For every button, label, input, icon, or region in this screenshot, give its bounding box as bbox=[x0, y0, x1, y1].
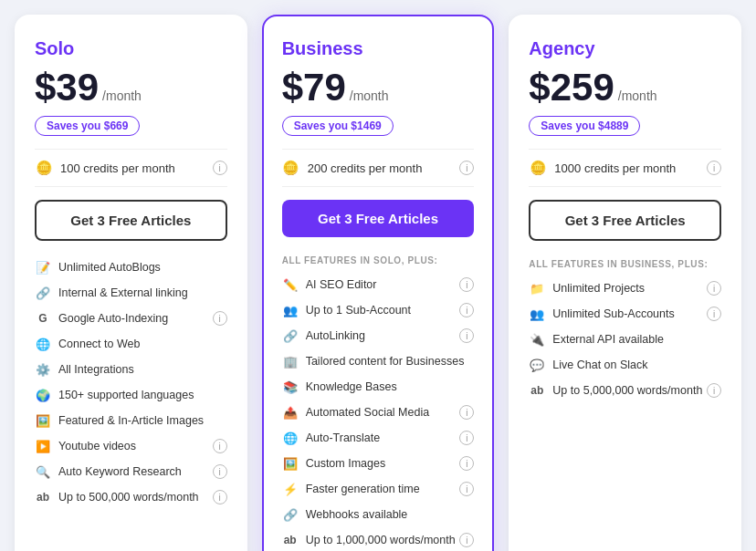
feature-text: Up to 1 Sub-Account bbox=[306, 304, 411, 317]
feature-left: 📁Unlimited Projects bbox=[529, 280, 645, 296]
feature-info-icon[interactable]: i bbox=[459, 303, 474, 317]
cta-button-agency[interactable]: Get 3 Free Articles bbox=[529, 200, 721, 241]
list-item: 🔍Auto Keyword Researchi bbox=[35, 463, 227, 480]
feature-text: Up to 5,000,000 words/month bbox=[552, 384, 702, 397]
feature-icon: ▶️ bbox=[35, 438, 51, 454]
list-item: abUp to 5,000,000 words/monthi bbox=[529, 382, 721, 399]
feature-left: abUp to 5,000,000 words/month bbox=[529, 382, 702, 399]
feature-info-icon[interactable]: i bbox=[459, 533, 474, 547]
list-item: ▶️Youtube videosi bbox=[35, 438, 227, 454]
list-item: 💬Live Chat on Slack bbox=[529, 357, 721, 373]
feature-icon: 👥 bbox=[282, 302, 299, 318]
plan-price-solo: $39 bbox=[35, 68, 99, 107]
list-item: 📤Automated Social Mediai bbox=[282, 404, 475, 421]
feature-text: Unlimited Projects bbox=[552, 282, 645, 295]
feature-left: 🖼️Featured & In-Article Images bbox=[35, 412, 204, 429]
feature-info-icon[interactable]: i bbox=[459, 328, 474, 343]
feature-icon: 🔗 bbox=[35, 285, 51, 301]
section-label-agency: All features in Business, plus: bbox=[529, 259, 721, 269]
credits-text-agency: 1000 credits per month bbox=[554, 161, 676, 175]
feature-info-icon[interactable]: i bbox=[707, 307, 721, 321]
plan-name-agency: Agency bbox=[529, 38, 721, 59]
cta-button-business[interactable]: Get 3 Free Articles bbox=[282, 200, 475, 237]
feature-info-icon[interactable]: i bbox=[459, 277, 474, 292]
list-item: ✏️AI SEO Editori bbox=[282, 276, 475, 293]
list-item: 🔗Webhooks available bbox=[282, 506, 475, 523]
feature-left: 🖼️Custom Images bbox=[282, 455, 386, 472]
feature-text: Automated Social Media bbox=[306, 406, 430, 419]
feature-info-icon[interactable]: i bbox=[707, 383, 721, 398]
feature-icon: ⚙️ bbox=[35, 361, 51, 378]
feature-text: Google Auto-Indexing bbox=[58, 312, 168, 325]
feature-text: Internal & External linking bbox=[58, 286, 188, 299]
feature-icon: 🔗 bbox=[282, 506, 299, 523]
feature-list-agency: 📁Unlimited Projectsi👥Unlimited Sub-Accou… bbox=[529, 280, 721, 399]
credits-info-agency: 🪙1000 credits per month bbox=[529, 159, 676, 177]
feature-left: 🔗Webhooks available bbox=[282, 506, 408, 523]
feature-text: Up to 1,000,000 words/month bbox=[306, 534, 456, 546]
feature-info-icon[interactable]: i bbox=[213, 311, 227, 326]
plan-card-solo: Solo$39/monthSaves you $669🪙100 credits … bbox=[15, 15, 247, 551]
plan-name-solo: Solo bbox=[35, 38, 227, 59]
feature-text: Up to 500,000 words/month bbox=[58, 491, 199, 504]
feature-icon: 🔍 bbox=[35, 463, 51, 480]
feature-text: Webhooks available bbox=[306, 508, 408, 521]
feature-text: Featured & In-Article Images bbox=[58, 414, 204, 427]
feature-icon: 🖼️ bbox=[35, 412, 51, 429]
feature-left: 💬Live Chat on Slack bbox=[529, 357, 647, 373]
credits-row-agency: 🪙1000 credits per monthi bbox=[529, 149, 721, 187]
feature-left: abUp to 1,000,000 words/month bbox=[282, 532, 456, 548]
feature-info-icon[interactable]: i bbox=[213, 464, 227, 479]
feature-info-icon[interactable]: i bbox=[707, 281, 721, 296]
feature-left: 👥Up to 1 Sub-Account bbox=[282, 302, 411, 318]
feature-icon: ✏️ bbox=[282, 276, 299, 293]
feature-icon: 🌍 bbox=[35, 387, 51, 403]
feature-icon: 🌐 bbox=[35, 336, 51, 352]
plan-price-row-agency: $259/month bbox=[529, 68, 721, 107]
credits-info-icon[interactable]: i bbox=[213, 161, 227, 175]
plan-card-business: Business$79/monthSaves you $1469🪙200 cre… bbox=[262, 15, 495, 551]
feature-icon: 🏢 bbox=[282, 353, 299, 369]
feature-icon: 📁 bbox=[529, 280, 545, 296]
feature-icon: ab bbox=[282, 532, 299, 548]
feature-left: ⚙️All Integrations bbox=[35, 361, 134, 378]
plan-period-solo: /month bbox=[102, 88, 142, 103]
feature-info-icon[interactable]: i bbox=[213, 439, 227, 453]
list-item: ⚡Faster generation timei bbox=[282, 481, 475, 497]
feature-left: 📤Automated Social Media bbox=[282, 404, 430, 421]
feature-info-icon[interactable]: i bbox=[459, 482, 474, 496]
list-item: 📝Unlimited AutoBlogs bbox=[35, 259, 227, 276]
feature-list-business: ✏️AI SEO Editori👥Up to 1 Sub-Accounti🔗Au… bbox=[282, 276, 475, 548]
feature-icon: 🖼️ bbox=[282, 455, 299, 472]
feature-text: Connect to Web bbox=[58, 338, 140, 350]
credits-info-icon[interactable]: i bbox=[459, 161, 474, 175]
feature-left: 🔗Internal & External linking bbox=[35, 285, 188, 301]
list-item: 🔌External API available bbox=[529, 331, 721, 348]
plan-price-row-business: $79/month bbox=[282, 68, 475, 107]
plan-price-agency: $259 bbox=[529, 68, 614, 107]
credits-icon: 🪙 bbox=[35, 159, 53, 177]
savings-badge-agency: Saves you $4889 bbox=[529, 116, 640, 136]
credits-text-solo: 100 credits per month bbox=[60, 161, 175, 175]
feature-info-icon[interactable]: i bbox=[459, 456, 474, 471]
plan-price-row-solo: $39/month bbox=[35, 68, 227, 107]
feature-list-solo: 📝Unlimited AutoBlogs🔗Internal & External… bbox=[35, 259, 227, 505]
feature-text: Unlimited Sub-Accounts bbox=[552, 307, 674, 320]
savings-badge-solo: Saves you $669 bbox=[35, 116, 140, 136]
list-item: 🌐Auto-Translatei bbox=[282, 430, 475, 446]
feature-left: 🌐Connect to Web bbox=[35, 336, 140, 352]
savings-badge-business: Saves you $1469 bbox=[282, 116, 394, 136]
list-item: 📁Unlimited Projectsi bbox=[529, 280, 721, 296]
feature-text: Auto-Translate bbox=[306, 431, 381, 444]
feature-info-icon[interactable]: i bbox=[459, 405, 474, 420]
feature-left: 🔗AutoLinking bbox=[282, 327, 365, 344]
feature-info-icon[interactable]: i bbox=[459, 431, 474, 445]
list-item: GGoogle Auto-Indexingi bbox=[35, 310, 227, 327]
feature-info-icon[interactable]: i bbox=[213, 490, 227, 504]
feature-icon: 📚 bbox=[282, 379, 299, 395]
feature-icon: 👥 bbox=[529, 306, 545, 322]
pricing-container: Solo$39/monthSaves you $669🪙100 credits … bbox=[15, 15, 741, 551]
feature-left: 👥Unlimited Sub-Accounts bbox=[529, 306, 674, 322]
credits-info-icon[interactable]: i bbox=[707, 161, 721, 175]
cta-button-solo[interactable]: Get 3 Free Articles bbox=[35, 200, 227, 241]
